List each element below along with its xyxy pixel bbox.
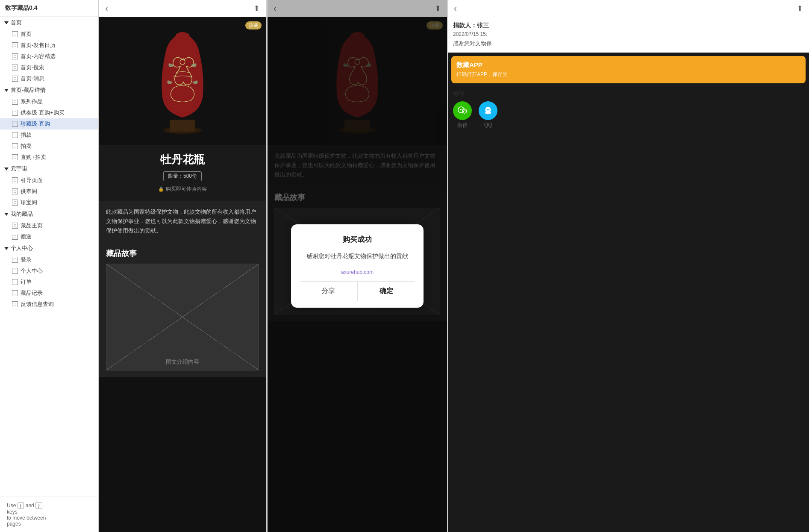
- sidebar-item-zhencang-direct[interactable]: □ 珍藏级-直购: [0, 118, 98, 129]
- panel3-nav: ‹ ⬆: [448, 0, 809, 17]
- sidebar-group-my-collection[interactable]: 我的藏品: [0, 208, 98, 220]
- donation-header: 捐款人：张三: [453, 22, 804, 29]
- page-icon: □: [12, 65, 18, 71]
- sidebar-item-direct-auction[interactable]: □ 直购+拍卖: [0, 152, 98, 163]
- dialog-message: 感谢您对牡丹花瓶文物保护做出的贡献: [300, 251, 415, 261]
- page-icon: □: [12, 99, 18, 105]
- svg-point-13: [488, 109, 490, 111]
- page-icon: □: [12, 31, 18, 37]
- triangle-icon: [4, 21, 9, 24]
- dialog-share-button[interactable]: 分享: [300, 282, 358, 301]
- sidebar-item-donation[interactable]: □ 捐款: [0, 129, 98, 141]
- lock-icon: 🔒: [158, 186, 164, 192]
- page-icon: □: [12, 76, 18, 82]
- sidebar-group-collectible-detail[interactable]: 首页-藏品详情: [0, 84, 98, 96]
- page-icon: □: [12, 188, 18, 194]
- panel3-back-button[interactable]: ‹: [454, 3, 457, 13]
- sidebar-item-series[interactable]: □ 系列作品: [0, 96, 98, 107]
- svg-point-12: [487, 109, 488, 111]
- sidebar-item-auction[interactable]: □ 拍卖: [0, 141, 98, 152]
- main-area: ‹ ⬆: [98, 0, 809, 532]
- sidebar-item-orders[interactable]: □ 订单: [0, 276, 98, 288]
- dialog-title: 购买成功: [300, 235, 415, 244]
- page-icon: □: [12, 154, 18, 160]
- page-icon: □: [12, 200, 18, 206]
- share-title: 分享: [453, 90, 804, 98]
- sidebar-item-collection-home[interactable]: □ 藏品主页: [0, 220, 98, 231]
- qq-share-button[interactable]: QQ: [479, 101, 497, 129]
- dialog-overlay: 购买成功 感谢您对牡丹花瓶文物保护做出的贡献 axurehub.com 分享 确…: [268, 0, 447, 532]
- sidebar-item-profile-center[interactable]: □ 个人中心: [0, 265, 98, 276]
- panel1-share-button[interactable]: ⬆: [253, 4, 260, 13]
- sidebar-item-home[interactable]: □ 首页: [0, 29, 98, 40]
- sidebar-item-gongfeng-hall[interactable]: □ 供奉阁: [0, 186, 98, 197]
- page-icon: □: [12, 301, 18, 307]
- svg-rect-1: [170, 120, 195, 132]
- panel1-limit-badge: 限量：500份: [163, 171, 202, 181]
- panel1-description: 此款藏品为国家特级保护文物，此款文物的所有收入都将用户文物保护事业，您也可以为此…: [99, 201, 266, 241]
- sidebar-item-gift[interactable]: □ 赠送: [0, 231, 98, 242]
- panel1-vase-container: 珍藏: [99, 17, 266, 145]
- sidebar-group-metaverse[interactable]: 元宇宙: [0, 163, 98, 175]
- key-right: }: [35, 502, 42, 509]
- donation-message: 感谢您对文物保: [453, 40, 804, 47]
- qq-icon: [479, 101, 497, 120]
- sidebar: 数字藏品0.4 首页 □ 首页 □ 首页-发售日历 □ 首页-内容精选 □ 首页…: [0, 0, 98, 532]
- panel1-nav: ‹ ⬆: [99, 0, 266, 17]
- triangle-icon: [4, 168, 9, 170]
- page-icon: □: [12, 121, 18, 127]
- sidebar-item-sale-calendar[interactable]: □ 首页-发售日历: [0, 40, 98, 51]
- panel-donation-share: ‹ ⬆ 捐款人：张三 2022/07/15 15: 感谢您对文物保 数藏APP …: [448, 0, 809, 532]
- app-promo-banner[interactable]: 数藏APP 扫码打开APP，保存为: [451, 56, 806, 83]
- donation-date: 2022/07/15 15:: [453, 31, 804, 37]
- panel1-product-title: 牡丹花瓶: [106, 152, 259, 167]
- sidebar-item-login[interactable]: □ 登录: [0, 254, 98, 265]
- sidebar-item-message[interactable]: □ 首页-消息: [0, 73, 98, 84]
- page-icon: □: [12, 234, 18, 240]
- page-icon: □: [12, 143, 18, 149]
- placeholder-x-icon: [106, 264, 259, 370]
- panel1-story-section: 藏品故事 图文介绍内容: [99, 241, 266, 377]
- panel-purchase-success: ‹ ⬆ 珍藏 此款藏品为国家特级保护文物，此款文物的所有收入都将用户文物保护事业…: [268, 0, 447, 532]
- hint-move-label: to move between: [7, 515, 46, 521]
- wechat-svg: [457, 105, 468, 116]
- triangle-icon: [4, 89, 9, 92]
- triangle-icon: [4, 213, 9, 216]
- panel-zhencang-direct: ‹ ⬆: [99, 0, 266, 532]
- svg-point-10: [464, 111, 465, 112]
- panel1-back-button[interactable]: ‹: [105, 3, 108, 13]
- svg-point-11: [465, 111, 466, 112]
- svg-point-8: [460, 109, 461, 110]
- page-icon: □: [12, 257, 18, 263]
- panel1-story-title: 藏品故事: [106, 248, 259, 259]
- share-icons-container: 微信 QQ: [453, 101, 804, 129]
- sidebar-item-gongfeng-direct[interactable]: □ 供奉级-直购+购买: [0, 107, 98, 118]
- sidebar-item-featured[interactable]: □ 首页-内容精选: [0, 51, 98, 62]
- key-left: {: [18, 502, 24, 509]
- panel1-buy-hint: 🔒 购买即可体验内容: [106, 185, 259, 193]
- sidebar-item-collection-record[interactable]: □ 藏品记录: [0, 288, 98, 299]
- qq-svg: [483, 106, 493, 116]
- page-icon: □: [12, 110, 18, 116]
- purchase-success-dialog: 购买成功 感谢您对牡丹花瓶文物保护做出的贡献 axurehub.com 分享 确…: [291, 224, 424, 308]
- wechat-icon: [453, 101, 472, 120]
- page-icon: □: [12, 223, 18, 229]
- sidebar-group-home[interactable]: 首页: [0, 17, 98, 29]
- dialog-buttons: 分享 确定: [300, 281, 415, 301]
- sidebar-item-guide[interactable]: □ 引导页面: [0, 175, 98, 186]
- svg-point-9: [462, 109, 462, 110]
- panel3-share-button[interactable]: ⬆: [797, 4, 803, 13]
- page-icon: □: [12, 132, 18, 138]
- qq-label: QQ: [484, 122, 492, 128]
- panel1-product-info: 牡丹花瓶 限量：500份 🔒 购买即可体验内容: [99, 145, 266, 201]
- sidebar-title: 数字藏品0.4: [0, 0, 98, 17]
- sidebar-item-treasure-hall[interactable]: □ 珍宝阁: [0, 197, 98, 208]
- panel1-badge: 珍藏: [245, 21, 262, 29]
- sidebar-group-profile[interactable]: 个人中心: [0, 242, 98, 254]
- dialog-confirm-button[interactable]: 确定: [358, 282, 415, 301]
- svg-point-7: [462, 109, 467, 113]
- wechat-share-button[interactable]: 微信: [453, 101, 472, 129]
- panel1-story-placeholder: 图文介绍内容: [106, 264, 259, 370]
- sidebar-item-feedback[interactable]: □ 反馈信息查询: [0, 299, 98, 310]
- sidebar-item-search[interactable]: □ 首页-搜索: [0, 62, 98, 73]
